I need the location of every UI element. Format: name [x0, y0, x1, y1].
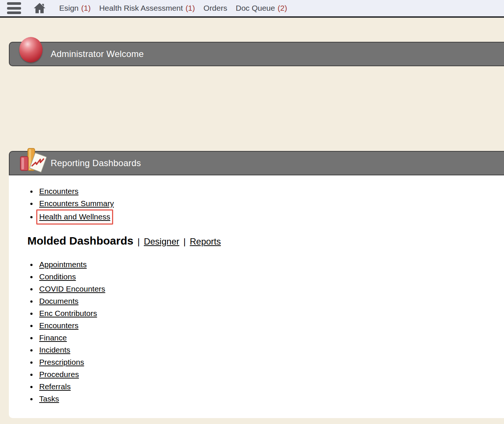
- highlight-box: Encounters: [39, 187, 78, 195]
- molded-dashboard-link[interactable]: Finance: [39, 333, 67, 342]
- list-item: Incidents: [37, 344, 497, 356]
- molded-dashboard-link[interactable]: COVID Encounters: [39, 285, 105, 293]
- welcome-title: Administrator Welcome: [51, 49, 144, 59]
- hamburger-menu-icon[interactable]: [7, 2, 21, 14]
- separator: |: [183, 236, 186, 247]
- nav-item-count: (2): [278, 4, 287, 13]
- reporting-dashboard-link[interactable]: Encounters: [39, 187, 78, 195]
- nav-item-count: (1): [186, 4, 195, 13]
- list-item: Prescriptions: [37, 356, 497, 368]
- list-item: Tasks: [37, 393, 497, 405]
- dashboards-panel: Encounters Encounters Summary Health and…: [9, 175, 504, 418]
- reporting-title: Reporting Dashboards: [51, 158, 141, 168]
- list-item: Conditions: [37, 270, 497, 283]
- nav-item-label: Esign: [59, 4, 79, 13]
- bar-chart-report-icon: [18, 147, 47, 175]
- administrator-welcome-header: Administrator Welcome: [9, 42, 504, 66]
- top-navigation-bar: Esign (1) Health Risk Assessment (1) Ord…: [0, 0, 504, 18]
- nav-item[interactable]: Doc Queue (2): [236, 4, 287, 13]
- molded-dashboard-link[interactable]: Incidents: [39, 346, 70, 354]
- reporting-dashboard-link[interactable]: Encounters Summary: [39, 199, 114, 208]
- separator: |: [138, 236, 140, 247]
- list-item: Encounters Summary: [37, 197, 497, 209]
- molded-dashboard-link[interactable]: Encounters: [39, 321, 78, 330]
- molded-dashboard-link[interactable]: Enc Contributors: [39, 309, 97, 317]
- list-item: Finance: [37, 332, 497, 344]
- nav-item-label: Health Risk Assessment: [99, 4, 183, 13]
- nav-item-label: Doc Queue: [236, 4, 275, 13]
- nav-items: Esign (1) Health Risk Assessment (1) Ord…: [59, 4, 295, 13]
- list-item: COVID Encounters: [37, 283, 497, 295]
- list-item: Encounters: [37, 319, 497, 332]
- list-item: Health and Wellness: [37, 209, 497, 225]
- reporting-links-list: Encounters Encounters Summary Health and…: [9, 185, 497, 225]
- nav-item[interactable]: Health Risk Assessment (1): [99, 4, 195, 13]
- molded-dashboard-link[interactable]: Conditions: [39, 272, 76, 281]
- designer-link[interactable]: Designer: [144, 236, 179, 247]
- reporting-dashboards-header: Reporting Dashboards: [9, 151, 504, 175]
- list-item: Procedures: [37, 368, 497, 380]
- list-item: Referrals: [37, 380, 497, 393]
- molded-dashboard-link[interactable]: Tasks: [39, 394, 59, 403]
- molded-links-list: Appointments Conditions COVID Encounters…: [9, 258, 497, 405]
- reports-link[interactable]: Reports: [190, 236, 221, 247]
- nav-item[interactable]: Esign (1): [59, 4, 91, 13]
- nav-item[interactable]: Orders: [203, 4, 227, 13]
- molded-dashboard-link[interactable]: Documents: [39, 297, 78, 305]
- list-item: Enc Contributors: [37, 307, 497, 319]
- nav-item-count: (1): [81, 4, 91, 13]
- reporting-dashboard-link[interactable]: Health and Wellness: [39, 212, 110, 221]
- molded-dashboard-link[interactable]: Referrals: [39, 382, 71, 391]
- highlight-box: Health and Wellness: [36, 209, 113, 225]
- list-item: Encounters: [37, 185, 497, 197]
- list-item: Documents: [37, 295, 497, 307]
- home-icon[interactable]: [33, 1, 47, 15]
- nav-item-label: Orders: [203, 4, 227, 13]
- molded-dashboard-link[interactable]: Appointments: [39, 260, 87, 269]
- molded-dashboards-heading: Molded Dashboards | Designer | Reports: [27, 235, 497, 247]
- molded-dashboard-link[interactable]: Procedures: [39, 370, 79, 378]
- molded-dashboards-title: Molded Dashboards: [27, 235, 133, 247]
- red-sphere-icon: [19, 37, 43, 63]
- highlight-box: Encounters Summary: [39, 199, 114, 208]
- list-item: Appointments: [37, 258, 497, 270]
- reporting-dashboards-section: Reporting Dashboards Encounters Encounte…: [0, 151, 504, 418]
- molded-dashboard-link[interactable]: Prescriptions: [39, 358, 84, 366]
